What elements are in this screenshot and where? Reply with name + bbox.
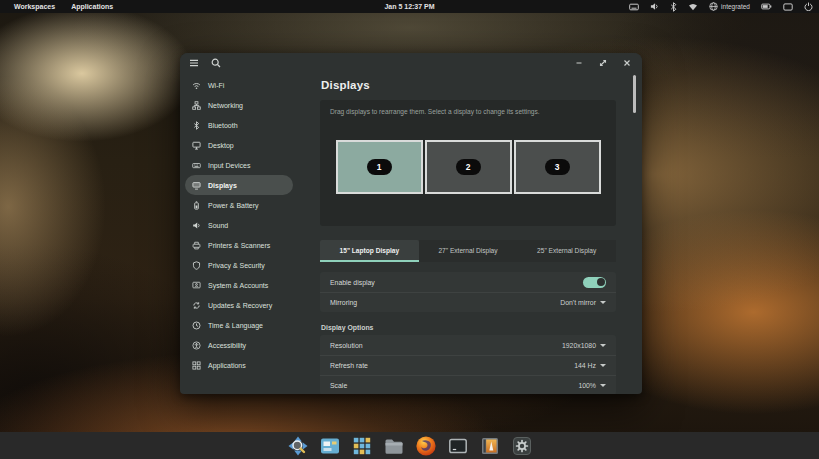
sidebar-item-system-accounts[interactable]: System & Accounts (185, 275, 293, 295)
dock-item-zoom-tool[interactable] (286, 434, 309, 457)
dock (0, 432, 819, 459)
minimize-button[interactable] (573, 57, 585, 69)
app-launcher-icon (351, 435, 373, 457)
scale-row: Scale 100% (320, 375, 616, 394)
volume-icon[interactable] (650, 2, 659, 11)
maximize-button[interactable] (597, 57, 609, 69)
battery-icon (192, 201, 201, 210)
networking-icon (192, 101, 201, 110)
chevron-down-icon (600, 364, 606, 367)
top-panel: Workspaces Applications Jan 5 12:37 PM i… (0, 0, 819, 13)
globe-icon (709, 2, 718, 11)
refresh-rate-label: Refresh rate (330, 362, 368, 369)
resolution-label: Resolution (330, 342, 363, 349)
folder-icon (383, 435, 405, 457)
dock-item-files[interactable] (382, 434, 405, 457)
keyboard-layout-icon[interactable] (629, 3, 639, 11)
wifi-icon[interactable] (688, 3, 698, 11)
display-options-header: Display Options (321, 324, 616, 331)
display-arrangement-panel: Drag displays to rearrange them. Select … (320, 100, 616, 226)
settings-sidebar: Wi-Fi Networking Bluetooth Desktop Input… (180, 73, 310, 394)
terminal-icon (447, 435, 469, 457)
monitor-1[interactable]: 1 (336, 140, 423, 194)
photos-icon (479, 435, 501, 457)
dock-item-photos[interactable] (478, 434, 501, 457)
sidebar-item-applications[interactable]: Applications (185, 355, 293, 375)
clock[interactable]: Jan 5 12:37 PM (384, 3, 434, 10)
arrangement-hint: Drag displays to rearrange them. Select … (330, 108, 606, 115)
sidebar-item-time-language[interactable]: Time & Language (185, 315, 293, 335)
settings-window: Wi-Fi Networking Bluetooth Desktop Input… (180, 53, 642, 394)
enable-display-row: Enable display (320, 272, 616, 292)
scale-label: Scale (330, 382, 347, 389)
bluetooth-icon (192, 121, 201, 130)
sidebar-item-bluetooth[interactable]: Bluetooth (185, 115, 293, 135)
monitor-3[interactable]: 3 (514, 140, 601, 194)
chevron-down-icon (600, 301, 606, 304)
tab-external-display-25[interactable]: 25" External Display (517, 240, 616, 262)
refresh-rate-dropdown[interactable]: 144 Hz (574, 362, 606, 369)
multitasking-icon (319, 435, 341, 457)
workspaces-menu[interactable]: Workspaces (6, 0, 63, 13)
chevron-down-icon (600, 384, 606, 387)
tab-external-display-27[interactable]: 27" External Display (419, 240, 518, 262)
tab-laptop-display[interactable]: 15" Laptop Display (320, 240, 419, 262)
menu-icon[interactable] (189, 59, 199, 67)
displays-pane: Displays Drag displays to rearrange them… (310, 73, 642, 394)
displays-icon (192, 181, 201, 190)
refresh-icon (192, 301, 201, 310)
speaker-icon (192, 221, 201, 230)
chevron-down-icon (600, 344, 606, 347)
enable-display-label: Enable display (330, 279, 375, 286)
battery-icon[interactable] (761, 3, 772, 10)
mirroring-row: Mirroring Don't mirror (320, 292, 616, 312)
resolution-row: Resolution 1920x1080 (320, 335, 616, 355)
sidebar-item-desktop[interactable]: Desktop (185, 135, 293, 155)
gear-icon (511, 435, 533, 457)
resolution-dropdown[interactable]: 1920x1080 (562, 342, 606, 349)
zoom-tool-icon (287, 435, 309, 457)
sidebar-item-input-devices[interactable]: Input Devices (185, 155, 293, 175)
general-settings-card: Enable display Mirroring Don't mirror (320, 272, 616, 312)
clock-icon (192, 321, 201, 330)
app-grid-icon (192, 361, 201, 370)
accessibility-icon (192, 341, 201, 350)
enable-display-toggle[interactable] (583, 277, 606, 288)
monitor-1-badge: 1 (367, 159, 392, 175)
refresh-rate-row: Refresh rate 144 Hz (320, 355, 616, 375)
keyboard-icon (192, 161, 201, 170)
close-button[interactable] (621, 57, 633, 69)
scale-dropdown[interactable]: 100% (578, 382, 606, 389)
sidebar-item-privacy[interactable]: Privacy & Security (185, 255, 293, 275)
search-icon[interactable] (211, 58, 221, 68)
monitor-2-badge: 2 (456, 159, 481, 175)
bluetooth-icon[interactable] (670, 2, 677, 12)
dock-item-settings[interactable] (510, 434, 533, 457)
dock-item-app-launcher[interactable] (350, 434, 373, 457)
shield-icon (192, 261, 201, 270)
mirroring-label: Mirroring (330, 299, 357, 306)
sidebar-item-printers[interactable]: Printers & Scanners (185, 235, 293, 255)
sidebar-item-displays[interactable]: Displays (185, 175, 293, 195)
applications-menu[interactable]: Applications (63, 0, 121, 13)
headerbar[interactable] (180, 53, 642, 73)
scrollbar-thumb[interactable] (633, 75, 636, 113)
mirroring-dropdown[interactable]: Don't mirror (560, 299, 606, 306)
notifications-icon[interactable] (783, 3, 793, 11)
power-icon[interactable] (804, 2, 813, 11)
network-indicator[interactable]: integrated (709, 2, 750, 11)
dock-item-terminal[interactable] (446, 434, 469, 457)
page-title: Displays (321, 79, 616, 91)
dock-item-multitasking[interactable] (318, 434, 341, 457)
sidebar-item-wifi[interactable]: Wi-Fi (185, 75, 293, 95)
sidebar-item-sound[interactable]: Sound (185, 215, 293, 235)
toggle-knob (597, 278, 605, 286)
sidebar-item-networking[interactable]: Networking (185, 95, 293, 115)
sidebar-item-accessibility[interactable]: Accessibility (185, 335, 293, 355)
desktop: { "colors": { "accent": "#8fd1bb", "moni… (0, 0, 819, 459)
firefox-icon (415, 435, 437, 457)
sidebar-item-updates[interactable]: Updates & Recovery (185, 295, 293, 315)
sidebar-item-power-battery[interactable]: Power & Battery (185, 195, 293, 215)
monitor-2[interactable]: 2 (425, 140, 512, 194)
dock-item-firefox[interactable] (414, 434, 437, 457)
